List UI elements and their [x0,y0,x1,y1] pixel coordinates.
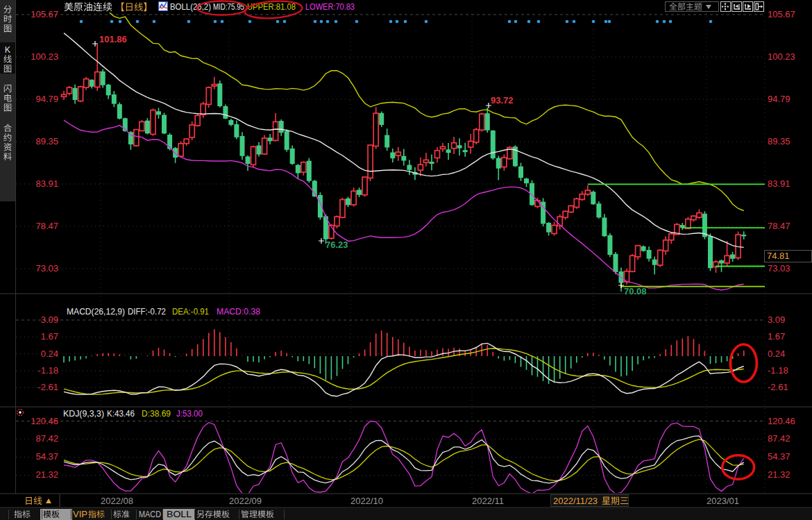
svg-text:100.23: 100.23 [768,51,795,62]
svg-text:87.42: 87.42 [768,433,790,444]
svg-text:3.09: 3.09 [41,314,58,325]
svg-text:2022/09: 2022/09 [229,496,262,506]
svg-text:0.24: 0.24 [768,349,785,359]
svg-text:1.67: 1.67 [768,331,785,342]
svg-text:120.46: 120.46 [31,416,58,426]
svg-text:93.72: 93.72 [491,95,514,106]
svg-text:J:53.00: J:53.00 [176,409,203,419]
svg-text:-2.61: -2.61 [37,382,58,392]
svg-text:87.42: 87.42 [35,433,58,444]
svg-text:D:38.69: D:38.69 [142,409,171,419]
svg-text:MACD:0.38: MACD:0.38 [217,307,260,317]
svg-text:78.47: 78.47 [35,221,58,231]
svg-text:120.46: 120.46 [768,416,795,426]
svg-text:76.23: 76.23 [325,240,348,250]
svg-text:94.79: 94.79 [768,94,790,104]
svg-text:-2.61: -2.61 [768,382,788,392]
svg-text:BOLL: BOLL [167,510,192,519]
svg-text:105.67: 105.67 [31,9,58,19]
svg-text:MACD: MACD [139,510,161,519]
svg-text:2022/11: 2022/11 [472,496,504,506]
svg-text:MACD(26,12,9): MACD(26,12,9) [67,307,125,317]
svg-text:54.37: 54.37 [35,451,58,462]
svg-text:K: K [5,45,11,55]
svg-text:2022/10: 2022/10 [350,496,383,506]
svg-text:94.79: 94.79 [35,94,58,104]
svg-text:101.86: 101.86 [99,34,127,44]
svg-text:54.37: 54.37 [768,451,790,462]
svg-text:UPPER:81.08: UPPER:81.08 [247,1,296,12]
svg-text:2022/08: 2022/08 [101,496,133,506]
svg-text:DIFF:-0.72: DIFF:-0.72 [128,307,166,317]
svg-text:3.09: 3.09 [768,314,785,325]
svg-text:VIP: VIP [73,510,87,519]
svg-text:KDJ(9,3,3): KDJ(9,3,3) [63,409,104,419]
svg-text:-1.18: -1.18 [37,365,58,376]
svg-text:89.35: 89.35 [35,136,58,146]
svg-text:83.91: 83.91 [768,178,790,189]
svg-text:LOWER:70.83: LOWER:70.83 [305,1,355,12]
svg-text:-1.18: -1.18 [768,365,788,376]
svg-text:105.67: 105.67 [768,9,795,19]
svg-text:78.47: 78.47 [768,221,790,231]
svg-text:1.67: 1.67 [41,331,58,342]
svg-text:74.81: 74.81 [767,251,790,261]
svg-text:83.91: 83.91 [35,178,58,189]
svg-text:2022/11/23: 2022/11/23 [553,496,598,506]
svg-text:0.24: 0.24 [41,349,58,359]
svg-text:K:43.46: K:43.46 [107,409,135,419]
svg-text:2023/01: 2023/01 [707,496,739,506]
svg-text:89.35: 89.35 [768,136,790,146]
svg-text:100.23: 100.23 [31,51,58,62]
svg-text:DEA:-0.91: DEA:-0.91 [172,307,209,317]
svg-text:70.08: 70.08 [624,286,647,296]
svg-text:73.03: 73.03 [768,263,790,274]
svg-text:21.32: 21.32 [35,469,58,480]
svg-text:21.32: 21.32 [768,469,790,480]
svg-text:73.03: 73.03 [35,263,58,274]
